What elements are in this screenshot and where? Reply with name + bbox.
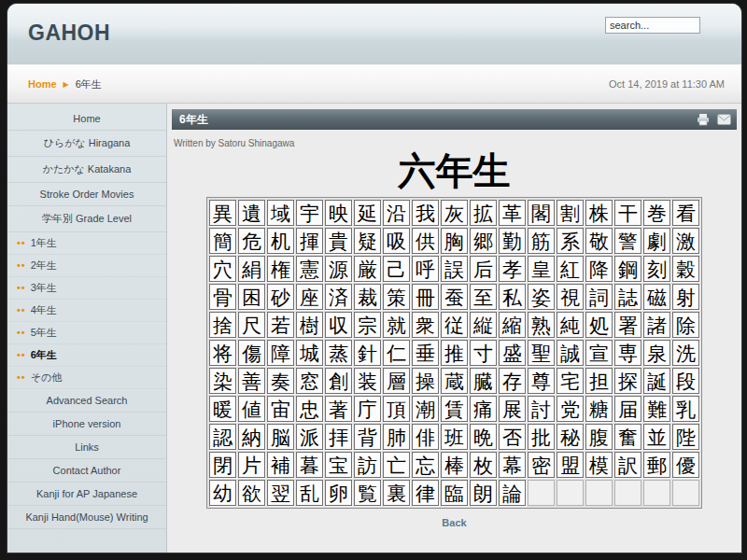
breadcrumb-home-link[interactable]: Home	[28, 78, 57, 90]
kanji-link[interactable]: 諸	[643, 312, 670, 338]
kanji-link[interactable]: 呼	[412, 256, 439, 282]
kanji-link[interactable]: 探	[614, 368, 641, 394]
kanji-link[interactable]: 潮	[412, 396, 439, 422]
kanji-link[interactable]: 脳	[267, 424, 294, 450]
kanji-link[interactable]: 奮	[614, 424, 641, 450]
kanji-link[interactable]: 枚	[470, 452, 497, 478]
kanji-link[interactable]: 窓	[296, 368, 323, 394]
kanji-link[interactable]: 処	[585, 312, 613, 338]
kanji-link[interactable]: 寸	[470, 340, 497, 366]
kanji-link[interactable]: 裏	[383, 480, 410, 506]
kanji-link[interactable]: 策	[383, 284, 410, 310]
kanji-link[interactable]: 朗	[470, 480, 497, 506]
kanji-link[interactable]: 奏	[267, 368, 294, 394]
kanji-link[interactable]: 派	[296, 424, 323, 450]
kanji-link[interactable]: 視	[557, 284, 584, 310]
kanji-link[interactable]: 訪	[354, 452, 381, 478]
kanji-link[interactable]: 宗	[354, 312, 381, 338]
kanji-link[interactable]: 革	[499, 200, 526, 226]
kanji-link[interactable]: 私	[499, 284, 526, 310]
kanji-link[interactable]: 傷	[238, 340, 265, 366]
kanji-link[interactable]: 宅	[557, 368, 584, 394]
kanji-link[interactable]: 肺	[383, 424, 410, 450]
sidebar-item-others[interactable]: ••その他	[7, 367, 166, 389]
kanji-link[interactable]: 純	[557, 312, 584, 338]
sidebar-item-grade-4[interactable]: ••4年生	[7, 300, 166, 322]
kanji-link[interactable]: 胸	[441, 228, 468, 254]
kanji-link[interactable]: 臓	[470, 368, 497, 394]
kanji-link[interactable]: 乳	[672, 396, 699, 422]
kanji-link[interactable]: 拡	[470, 200, 497, 226]
kanji-link[interactable]: 遺	[238, 200, 265, 226]
kanji-link[interactable]: 沿	[383, 200, 410, 226]
kanji-link[interactable]: 源	[325, 256, 352, 282]
kanji-link[interactable]: 域	[267, 200, 294, 226]
kanji-link[interactable]: 誤	[441, 256, 468, 282]
kanji-link[interactable]: 株	[585, 200, 613, 226]
kanji-link[interactable]: 皇	[528, 256, 555, 282]
kanji-link[interactable]: 危	[238, 228, 265, 254]
kanji-link[interactable]: 忠	[296, 396, 323, 422]
kanji-link[interactable]: 蒸	[325, 340, 352, 366]
kanji-link[interactable]: 貴	[325, 228, 352, 254]
kanji-link[interactable]: 臨	[441, 480, 468, 506]
kanji-link[interactable]: 収	[325, 312, 352, 338]
kanji-link[interactable]: 我	[412, 200, 439, 226]
sidebar-item-iphone-version[interactable]: iPhone version	[7, 413, 166, 436]
sidebar-item-grade-level[interactable]: 学年別 Grade Level	[7, 206, 166, 232]
kanji-link[interactable]: 困	[238, 284, 265, 310]
kanji-link[interactable]: 就	[383, 312, 410, 338]
sidebar-item-katakana[interactable]: かたかな Katakana	[7, 157, 166, 183]
kanji-link[interactable]: 除	[672, 312, 699, 338]
kanji-link[interactable]: 映	[325, 200, 352, 226]
kanji-link[interactable]: 将	[209, 340, 236, 366]
kanji-link[interactable]: 拝	[325, 424, 352, 450]
kanji-link[interactable]: 納	[238, 424, 265, 450]
kanji-link[interactable]: 吸	[383, 228, 410, 254]
kanji-link[interactable]: 署	[614, 312, 641, 338]
kanji-link[interactable]: 誕	[643, 368, 670, 394]
kanji-link[interactable]: 孝	[499, 256, 526, 282]
kanji-link[interactable]: 並	[643, 424, 670, 450]
kanji-link[interactable]: 座	[296, 284, 323, 310]
kanji-link[interactable]: 延	[354, 200, 381, 226]
kanji-link[interactable]: 層	[383, 368, 410, 394]
kanji-link[interactable]: 射	[672, 284, 699, 310]
kanji-link[interactable]: 供	[412, 228, 439, 254]
sidebar-item-hiragana[interactable]: ひらがな Hiragana	[7, 131, 166, 157]
kanji-link[interactable]: 筋	[528, 228, 555, 254]
sidebar-item-kanji-hand-writing[interactable]: Kanji Hand(Mouse) Writing	[7, 506, 166, 529]
kanji-link[interactable]: 詞	[585, 284, 613, 310]
kanji-link[interactable]: 乱	[296, 480, 323, 506]
kanji-link[interactable]: 仁	[383, 340, 410, 366]
kanji-link[interactable]: 厳	[354, 256, 381, 282]
kanji-link[interactable]: 憲	[296, 256, 323, 282]
kanji-link[interactable]: 己	[383, 256, 410, 282]
kanji-link[interactable]: 看	[672, 200, 699, 226]
kanji-link[interactable]: 刻	[643, 256, 670, 282]
kanji-link[interactable]: 批	[528, 424, 555, 450]
kanji-link[interactable]: 討	[528, 396, 555, 422]
search-input[interactable]	[605, 17, 700, 34]
kanji-link[interactable]: 誠	[557, 340, 584, 366]
kanji-link[interactable]: 従	[441, 312, 468, 338]
kanji-link[interactable]: 障	[267, 340, 294, 366]
kanji-link[interactable]: 捨	[209, 312, 236, 338]
sidebar-item-grade-2[interactable]: ••2年生	[7, 255, 166, 277]
kanji-link[interactable]: 灰	[441, 200, 468, 226]
kanji-link[interactable]: 絹	[238, 256, 265, 282]
sidebar-item-advanced-search[interactable]: Advanced Search	[7, 389, 166, 413]
kanji-link[interactable]: 敬	[585, 228, 613, 254]
kanji-link[interactable]: 班	[441, 424, 468, 450]
kanji-link[interactable]: 密	[528, 452, 555, 478]
kanji-link[interactable]: 泉	[643, 340, 670, 366]
kanji-link[interactable]: 認	[209, 424, 236, 450]
kanji-link[interactable]: 済	[325, 284, 352, 310]
kanji-link[interactable]: 宇	[296, 200, 323, 226]
kanji-link[interactable]: 権	[267, 256, 294, 282]
kanji-link[interactable]: 模	[585, 452, 613, 478]
kanji-link[interactable]: 論	[499, 480, 526, 506]
kanji-link[interactable]: 賃	[441, 396, 468, 422]
kanji-link[interactable]: 頂	[383, 396, 410, 422]
kanji-link[interactable]: 欲	[238, 480, 265, 506]
